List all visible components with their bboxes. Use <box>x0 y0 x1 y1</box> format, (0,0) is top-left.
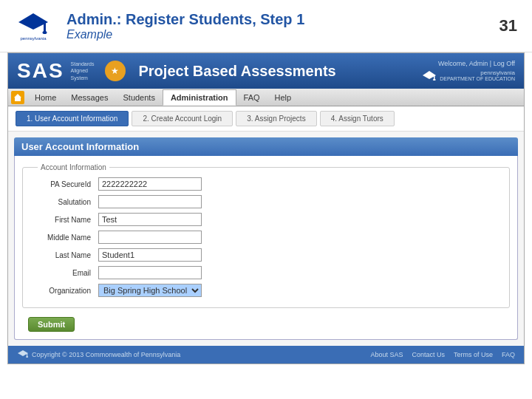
sas-footer: Copyright © 2013 Commonwealth of Pennsyl… <box>8 346 524 364</box>
footer-links: About SAS Contact Us Terms of Use FAQ <box>370 351 515 358</box>
label-email: Email <box>32 269 98 277</box>
footer-link-faq[interactable]: FAQ <box>502 351 515 358</box>
step-2[interactable]: 2. Create Account Login <box>132 111 233 126</box>
sas-logo: SAS Standards Aligned System ★ <box>17 59 132 83</box>
input-middle-name[interactable] <box>98 231 202 244</box>
sas-subtitle-text: Standards Aligned System <box>71 61 95 81</box>
label-middle-name: Middle Name <box>32 233 98 242</box>
nav-home-icon[interactable] <box>11 91 24 104</box>
sas-navbar: Home Messages Students Administration FA… <box>8 89 524 106</box>
fieldset-legend: Account Information <box>38 163 109 171</box>
welcome-text: Welcome, Admin | Log Off <box>438 60 515 67</box>
sas-application: SAS Standards Aligned System ★ Project B… <box>7 52 525 364</box>
pa-logo-area: pennsylvania <box>15 7 52 44</box>
form-row-salutation: Salutation <box>32 195 500 208</box>
label-last-name: Last Name <box>32 251 98 259</box>
step-1[interactable]: 1. User Account Information <box>16 111 129 126</box>
pa-name-text: pennsylvania DEPARTMENT OF EDUCATION <box>440 69 515 83</box>
label-pa-secure-id: PA SecureId <box>32 180 98 188</box>
footer-link-about[interactable]: About SAS <box>370 351 403 358</box>
footer-pa-logo: Copyright © 2013 Commonwealth of Pennsyl… <box>17 349 180 360</box>
page-title-area: Admin.: Register Students, Step 1 Exampl… <box>66 11 304 41</box>
form-row-last-name: Last Name <box>32 248 500 262</box>
input-salutation[interactable] <box>98 195 202 208</box>
input-pa-secure-id[interactable] <box>98 177 202 191</box>
svg-point-7 <box>433 79 436 81</box>
form-row-email: Email <box>32 266 500 279</box>
label-first-name: First Name <box>32 216 98 224</box>
footer-link-contact[interactable]: Contact Us <box>412 351 445 358</box>
footer-copyright: Copyright © 2013 Commonwealth of Pennsyl… <box>32 351 180 358</box>
page-number: 31 <box>499 16 517 35</box>
form-row-organization: Organization Big Spring High School <box>32 284 500 297</box>
sas-app-title: Project Based Assessments <box>139 63 336 80</box>
submit-button[interactable]: Submit <box>28 317 75 332</box>
account-info-fieldset: Account Information PA SecureId Salutati… <box>22 163 510 308</box>
select-organization[interactable]: Big Spring High School <box>98 284 202 297</box>
input-first-name[interactable] <box>98 213 202 226</box>
svg-marker-9 <box>18 350 28 356</box>
step-4[interactable]: 4. Assign Tutors <box>320 111 395 126</box>
step-3[interactable]: 3. Assign Projects <box>236 111 316 126</box>
svg-point-11 <box>26 356 28 358</box>
sas-text: SAS <box>17 59 64 83</box>
step-bar: 1. User Account Information 2. Create Ac… <box>8 106 524 132</box>
sas-badge: ★ <box>105 61 126 81</box>
input-last-name[interactable] <box>98 248 202 262</box>
nav-administration[interactable]: Administration <box>163 89 236 106</box>
sas-topbar: SAS Standards Aligned System ★ Project B… <box>8 53 524 89</box>
form-row-first-name: First Name <box>32 213 500 226</box>
nav-messages[interactable]: Messages <box>64 90 115 105</box>
input-email[interactable] <box>98 266 202 279</box>
footer-link-terms[interactable]: Terms of Use <box>454 351 493 358</box>
page-title: Admin.: Register Students, Step 1 <box>66 11 304 28</box>
section-header: User Account Information <box>14 137 518 156</box>
page-header: pennsylvania Admin.: Register Students, … <box>0 0 532 52</box>
nav-faq[interactable]: FAQ <box>236 90 267 105</box>
label-salutation: Salutation <box>32 198 98 206</box>
sas-topbar-right: Welcome, Admin | Log Off pennsylvania DE… <box>422 60 515 83</box>
nav-home[interactable]: Home <box>27 90 64 105</box>
svg-point-3 <box>43 31 47 34</box>
footer-pa-hat-icon <box>17 349 29 360</box>
pa-small-hat-icon <box>422 69 437 83</box>
sas-brand-text: SAS <box>17 59 64 83</box>
nav-students[interactable]: Students <box>115 90 162 105</box>
form-actions: Submit <box>22 313 510 332</box>
pa-doe-logo: pennsylvania <box>15 7 52 44</box>
svg-text:pennsylvania: pennsylvania <box>20 36 47 41</box>
section-body: Account Information PA SecureId Salutati… <box>14 156 518 340</box>
form-row-middle-name: Middle Name <box>32 231 500 244</box>
page-subtitle: Example <box>66 28 304 41</box>
pa-logo-small: pennsylvania DEPARTMENT OF EDUCATION <box>422 69 515 83</box>
form-row-pa-secure-id: PA SecureId <box>32 177 500 191</box>
label-organization: Organization <box>32 287 98 295</box>
svg-marker-8 <box>14 94 21 101</box>
svg-rect-2 <box>44 22 46 33</box>
nav-help[interactable]: Help <box>267 90 299 105</box>
sas-main-content: User Account Information Account Informa… <box>8 132 524 346</box>
